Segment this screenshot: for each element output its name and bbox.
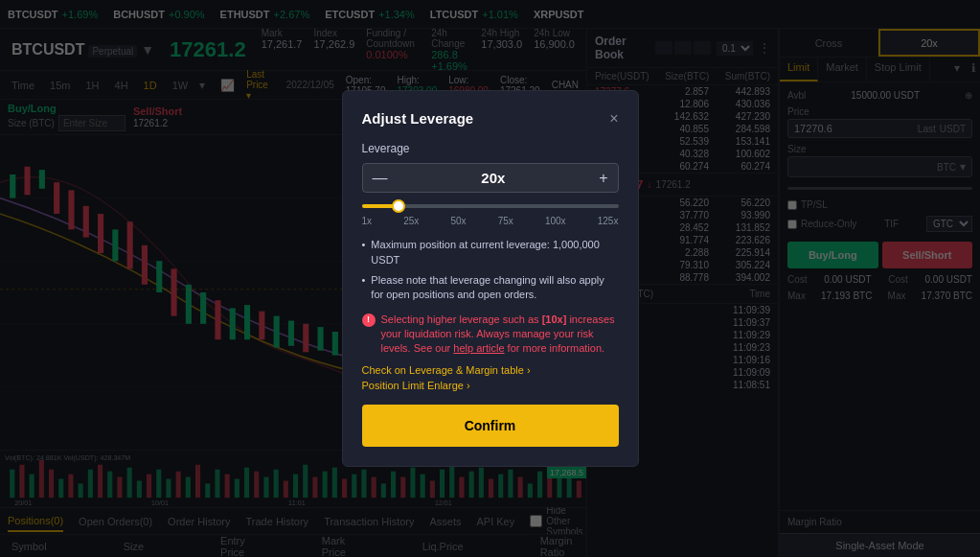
position-limit-link[interactable]: Position Limit Enlarge: [362, 380, 619, 391]
modal-info-list: Maximum position at current leverage: 1,…: [362, 238, 619, 303]
modal-close-button[interactable]: ×: [609, 111, 618, 127]
lev-mark-75x[interactable]: 75x: [498, 216, 513, 226]
modal-info-item-1: Maximum position at current leverage: 1,…: [362, 238, 619, 267]
lev-mark-100x[interactable]: 100x: [545, 216, 566, 226]
lev-mark-50x[interactable]: 50x: [450, 216, 466, 226]
leverage-slider-track[interactable]: [362, 204, 619, 208]
adjust-leverage-modal: Adjust Leverage × Leverage — 20x + 1x 25…: [342, 90, 639, 467]
modal-warning: ! Selecting higher leverage such as [10x…: [362, 313, 619, 357]
leverage-slider-container: [362, 204, 619, 208]
modal-warning-text: Selecting higher leverage such as [10x] …: [381, 313, 619, 357]
leverage-input-row: — 20x +: [362, 163, 619, 193]
modal-links: Check on Leverage & Margin table Positio…: [362, 364, 619, 391]
check-leverage-link[interactable]: Check on Leverage & Margin table: [362, 364, 619, 376]
lev-mark-125x[interactable]: 125x: [598, 216, 619, 226]
help-article-link[interactable]: help article: [453, 342, 504, 354]
warning-icon: !: [362, 313, 376, 327]
modal-title: Adjust Leverage: [362, 110, 474, 127]
modal-overlay[interactable]: Adjust Leverage × Leverage — 20x + 1x 25…: [0, 0, 980, 557]
confirm-button[interactable]: Confirm: [362, 405, 619, 447]
leverage-label: Leverage: [362, 142, 619, 155]
leverage-decrease-button[interactable]: —: [373, 171, 388, 186]
lev-mark-25x[interactable]: 25x: [403, 216, 419, 226]
leverage-marks: 1x 25x 50x 75x 100x 125x: [362, 216, 619, 226]
modal-header: Adjust Leverage ×: [362, 110, 619, 127]
leverage-value: 20x: [396, 170, 592, 186]
lev-mark-1x[interactable]: 1x: [362, 216, 373, 226]
leverage-increase-button[interactable]: +: [599, 171, 607, 186]
leverage-slider-thumb[interactable]: [392, 199, 405, 213]
modal-info-item-2: Please note that leverage changing will …: [362, 273, 619, 303]
